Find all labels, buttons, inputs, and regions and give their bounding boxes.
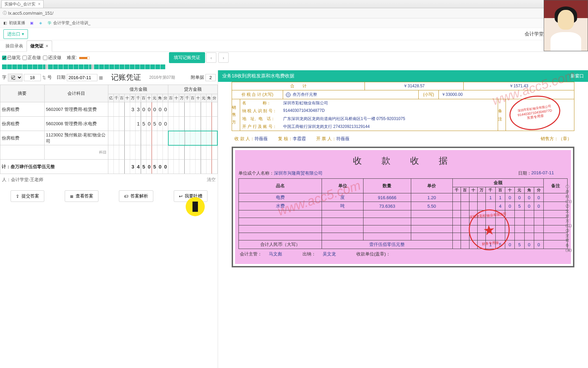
url-bar[interactable]: ⓘ lx.acc5.com/main_151/ — [0, 8, 588, 18]
debit-cell[interactable]: 150500 — [108, 117, 168, 131]
tab-close-icon[interactable]: × — [46, 43, 48, 48]
business-title: 业务18收到房租发票和水电费收据 — [222, 73, 294, 79]
receipt-side-notes: ①存根(白) ②交对方(红) ③交财务(黄) — [566, 184, 572, 252]
attach-input[interactable] — [205, 74, 216, 81]
calendar-icon[interactable]: ▦ — [99, 75, 103, 80]
filter-todo[interactable]: 还没做 — [43, 55, 61, 61]
date-input[interactable] — [67, 74, 97, 81]
bookmark-item[interactable]: ▣ — [29, 21, 34, 26]
progress-cell[interactable] — [140, 64, 145, 69]
summary-cell[interactable]: 份房租费 — [0, 117, 45, 131]
progress-row — [0, 63, 588, 70]
filter-doing[interactable]: 正在做 — [22, 55, 41, 61]
progress-cell[interactable] — [74, 64, 78, 69]
progress-cell[interactable] — [155, 64, 160, 69]
filter-done[interactable]: 已做完 — [2, 55, 20, 61]
tab-catalog[interactable]: 操目录表 — [2, 41, 27, 51]
credit-cell[interactable] — [168, 117, 217, 131]
progress-cell[interactable] — [43, 64, 48, 69]
submit-button[interactable]: ⇪提交答案 — [11, 190, 44, 202]
credit-cell[interactable] — [168, 131, 217, 145]
voucher-pane: 字 记 ⇅ 号 日期 ▦ 记账凭证 2016年第07期 附单据 摘要 会计科目 — [0, 70, 218, 368]
number-suffix: 号 — [47, 74, 52, 80]
tab-voucher[interactable]: 做凭证× — [27, 41, 52, 52]
tab-close-icon[interactable]: × — [38, 2, 41, 6]
voucher-type-select[interactable]: 记 — [8, 74, 22, 82]
progress-cell[interactable] — [28, 64, 32, 69]
remark-side-label: 备注 — [498, 99, 506, 131]
inv-cap-value: ⓧ 叁万叁仟元整 — [283, 90, 418, 99]
progress-cell[interactable] — [84, 64, 89, 69]
progress-cell[interactable] — [53, 64, 58, 69]
action-buttons: ⇪提交答案 ≣查看答案 🏷答案解析 ↩我要吐槽 — [0, 186, 218, 207]
progress-cell[interactable] — [63, 64, 68, 69]
progress-cell[interactable] — [130, 64, 135, 69]
progress-cell[interactable] — [89, 64, 94, 69]
receipt-title: 收 款 收 据 — [238, 155, 568, 167]
attach-label: 附单据 — [191, 74, 204, 80]
analysis-button[interactable]: 🏷答案解析 — [119, 190, 153, 202]
seller-body: 名 称：深圳市彩虹物业有限公司 纳 税 人 识 别 号：914403071043… — [240, 99, 498, 131]
progress-cell[interactable] — [145, 64, 150, 69]
progress-cell[interactable] — [109, 64, 114, 69]
receipt-table: 品名 单位 数量 单价 金额 备注 千百十万千百十元角分 电费度916.6666… — [238, 178, 568, 249]
account-cell[interactable]: 5602007 管理费用-租赁费 — [44, 102, 108, 117]
business-title-bar: 业务18收到房租发票和水电费收据 新窗口 — [218, 70, 588, 82]
checkbox-todo[interactable] — [43, 56, 47, 60]
credit-cell[interactable] — [168, 102, 217, 117]
account-cell[interactable]: 1123002 预付账款-彩虹物业公司 — [44, 131, 108, 145]
progress-cell[interactable] — [160, 64, 165, 69]
progress-cell[interactable] — [38, 64, 43, 69]
invoice-footer: 收 款 人：符薇薇 复 核：李霞霞 开 票 人：符薇薇 销售方：（章） — [232, 134, 574, 143]
progress-cell[interactable] — [33, 64, 37, 69]
progress-cell[interactable] — [125, 64, 129, 69]
progress-cell[interactable] — [120, 64, 124, 69]
receipt-header: 单位或个人名称：深圳市兴隆商贸有限公司 日期：2016-07-11 — [238, 170, 568, 176]
summary-cell[interactable]: 份房租费 — [0, 102, 45, 117]
upload-icon: ⇪ — [16, 194, 19, 199]
progress-cell[interactable] — [48, 64, 53, 69]
receipt-footer: 会计主管：马文彪 出纳：吴文龙 收款单位(盖章)： — [238, 249, 568, 259]
export-button[interactable]: 进出口 ▾ — [3, 29, 28, 39]
invoice-box: 合 计 ￥31428.57 ￥1571.43 价 税 合 计 (大写) ⓧ 叁万… — [232, 82, 574, 131]
debit-cell[interactable]: 3300000 — [108, 102, 168, 117]
info-icon: ⓘ — [3, 10, 7, 16]
debit-cell[interactable] — [108, 131, 168, 145]
view-answer-button[interactable]: ≣查看答案 — [65, 190, 98, 202]
progress-cell[interactable] — [150, 64, 155, 69]
progress-cell[interactable] — [68, 64, 73, 69]
bookmark-item[interactable]: ◈ — [38, 21, 43, 26]
progress-cell[interactable] — [104, 64, 109, 69]
tab-title: 实操中心_会计实 — [4, 1, 35, 7]
new-window-link[interactable]: 新窗口 — [571, 73, 584, 79]
progress-cell[interactable] — [7, 64, 12, 69]
account-cell[interactable]: 5602008 管理费用-水电费 — [44, 117, 108, 131]
progress-cell[interactable] — [114, 64, 119, 69]
prev-button[interactable]: ‹ — [206, 53, 216, 63]
progress-cell[interactable] — [99, 64, 104, 69]
progress-cell[interactable] — [12, 64, 17, 69]
progress-cell[interactable] — [17, 64, 22, 69]
clear-button[interactable]: 清空 — [207, 177, 216, 183]
next-button[interactable]: › — [218, 53, 229, 63]
list-icon: ≣ — [70, 194, 74, 199]
bookmark-item[interactable]: 学会计学堂_会计培训_ — [47, 20, 90, 26]
bookmark-item[interactable]: ◧初级直播 — [3, 20, 25, 26]
inv-cap-label: 价 税 合 计 (大写) — [232, 90, 283, 99]
progress-cell[interactable] — [2, 64, 7, 69]
progress-cell[interactable] — [135, 64, 140, 69]
document-pane: 业务18收到房租发票和水电费收据 新窗口 www.acc5.com 合 计 ￥3… — [218, 70, 588, 368]
progress-cell[interactable] — [79, 64, 83, 69]
cursor-highlight: Ⅰ — [186, 197, 205, 216]
progress-cell[interactable] — [94, 64, 99, 69]
checkbox-done[interactable] — [2, 56, 6, 60]
progress-cell[interactable] — [58, 64, 63, 69]
checkbox-doing[interactable] — [22, 56, 27, 60]
fill-voucher-button[interactable]: 填写记账凭证 — [169, 52, 205, 63]
num-stepper-icon[interactable]: ⇅ — [42, 75, 46, 80]
voucher-number-input[interactable] — [24, 74, 41, 81]
progress-cell[interactable] — [22, 64, 27, 69]
browser-tab[interactable]: 实操中心_会计实 × — [1, 0, 44, 8]
star-icon: ★ — [482, 222, 496, 238]
summary-cell[interactable]: 份房租费 — [0, 131, 45, 145]
